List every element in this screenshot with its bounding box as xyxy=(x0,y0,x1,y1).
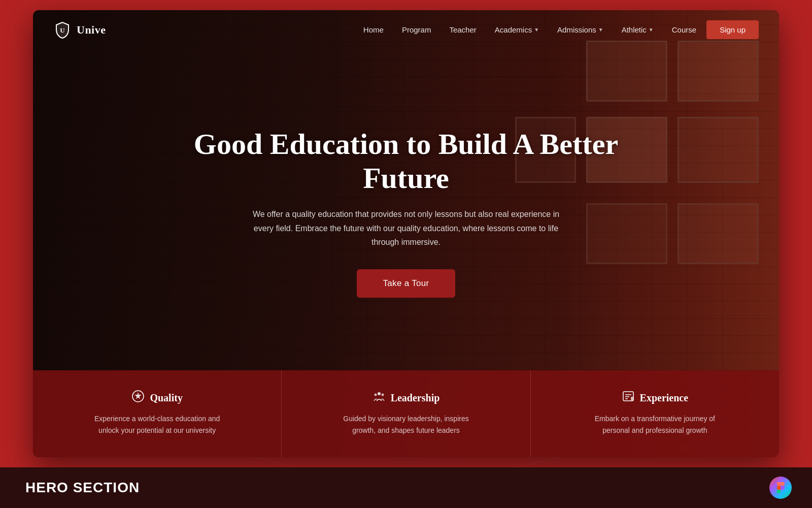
features-bar: Quality Experience a world-class educati… xyxy=(33,370,779,457)
hero-section: U Unive Home Program Teacher Academics ▼… xyxy=(33,10,779,457)
logo-area: U Unive xyxy=(53,21,106,39)
feature-leadership: Leadership Guided by visionary leadershi… xyxy=(282,370,530,457)
nav-course[interactable]: Course xyxy=(672,25,696,34)
nav-program[interactable]: Program xyxy=(402,25,431,34)
outer-background: U Unive Home Program Teacher Academics ▼… xyxy=(0,0,812,508)
nav-athletic[interactable]: Athletic ▼ xyxy=(622,25,654,34)
bottom-bar: HERO SECTION xyxy=(0,467,812,508)
feature-leadership-header: Leadership xyxy=(373,390,440,406)
feature-experience-desc: Embark on a transformative journey of pe… xyxy=(584,413,726,436)
nav-academics[interactable]: Academics ▼ xyxy=(495,25,539,34)
nav-admissions[interactable]: Admissions ▼ xyxy=(557,25,603,34)
nav-links: Home Program Teacher Academics ▼ Admissi… xyxy=(363,25,696,34)
svg-point-6 xyxy=(381,394,384,396)
figma-badge xyxy=(769,477,792,499)
nav-home[interactable]: Home xyxy=(363,25,384,34)
svg-point-5 xyxy=(374,394,377,396)
feature-experience-title: Experience xyxy=(640,392,689,404)
nav-teacher[interactable]: Teacher xyxy=(449,25,476,34)
navbar: U Unive Home Program Teacher Academics ▼… xyxy=(33,10,779,49)
signup-button[interactable]: Sign up xyxy=(706,20,759,39)
hero-title: Good Education to Build A Better Future xyxy=(178,128,634,195)
shield-logo-icon: U xyxy=(53,21,72,39)
quality-icon xyxy=(131,390,145,406)
svg-rect-11 xyxy=(631,397,633,400)
leadership-icon xyxy=(373,390,386,406)
hero-subtitle: We offer a quality education that provid… xyxy=(249,207,563,249)
feature-leadership-desc: Guided by visionary leadership, inspires… xyxy=(335,413,477,436)
experience-icon xyxy=(622,390,635,406)
feature-quality-title: Quality xyxy=(150,392,182,404)
feature-experience: Experience Embark on a transformative jo… xyxy=(531,370,779,457)
feature-quality-desc: Experience a world-class education and u… xyxy=(86,413,228,436)
feature-quality-header: Quality xyxy=(131,390,182,406)
browser-card: U Unive Home Program Teacher Academics ▼… xyxy=(33,10,779,457)
take-tour-button[interactable]: Take a Tour xyxy=(357,269,456,298)
feature-experience-header: Experience xyxy=(622,390,689,406)
svg-point-4 xyxy=(378,392,381,395)
bottom-bar-label: HERO SECTION xyxy=(25,480,140,496)
feature-leadership-title: Leadership xyxy=(391,392,440,404)
feature-quality: Quality Experience a world-class educati… xyxy=(33,370,282,457)
svg-text:U: U xyxy=(60,26,65,34)
logo-text: Unive xyxy=(77,23,106,37)
